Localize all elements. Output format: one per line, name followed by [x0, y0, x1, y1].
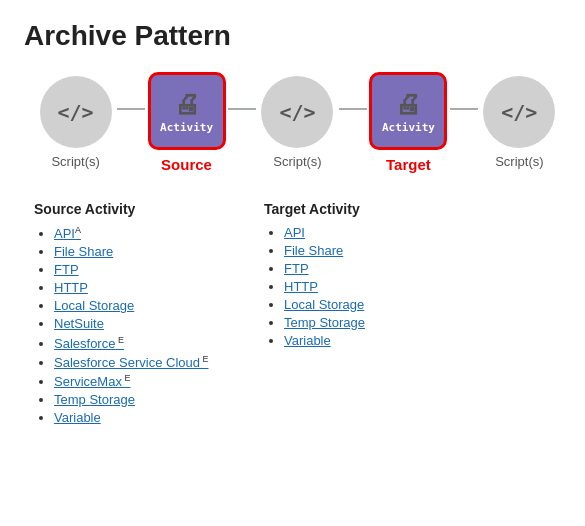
source-activity-heading: Source Activity — [34, 201, 264, 217]
list-item: File Share — [54, 244, 264, 259]
list-item: Variable — [54, 410, 264, 425]
connector1 — [117, 108, 145, 110]
list-item: HTTP — [284, 279, 494, 294]
node-source: 🖨 Activity Source — [145, 72, 228, 173]
target-label: Target — [386, 156, 431, 173]
diagram: </> Script(s) 🖨 Activity Source </> Scri… — [24, 72, 561, 173]
connector4 — [450, 108, 478, 110]
source-printer-icon: 🖨 — [174, 89, 200, 119]
page-title: Archive Pattern — [24, 20, 561, 52]
scripts3-circle: </> — [483, 76, 555, 148]
target-activity-items: API File Share FTP HTTP Local Storage Te… — [264, 225, 494, 348]
list-item: Temp Storage — [284, 315, 494, 330]
target-printer-icon: 🖨 — [395, 89, 421, 119]
source-activity-items: APIA File Share FTP HTTP Local Storage N… — [34, 225, 264, 425]
target-http-link[interactable]: HTTP — [284, 279, 318, 294]
connector3 — [339, 108, 367, 110]
list-item: Variable — [284, 333, 494, 348]
list-item: Local Storage — [284, 297, 494, 312]
list-item: NetSuite — [54, 316, 264, 331]
target-activity-heading: Target Activity — [264, 201, 494, 217]
node-target: 🖨 Activity Target — [367, 72, 450, 173]
lists-container: Source Activity APIA File Share FTP HTTP… — [24, 201, 561, 428]
target-api-link[interactable]: API — [284, 225, 305, 240]
source-salesforcecloud-link[interactable]: Salesforce Service Cloud E — [54, 355, 208, 370]
list-item: Local Storage — [54, 298, 264, 313]
source-servicemax-link[interactable]: ServiceMax E — [54, 374, 130, 389]
source-netsuite-link[interactable]: NetSuite — [54, 316, 104, 331]
scripts2-label: Script(s) — [273, 154, 321, 169]
target-variable-link[interactable]: Variable — [284, 333, 331, 348]
list-item: APIA — [54, 225, 264, 241]
scripts1-circle: </> — [40, 76, 112, 148]
source-fileshare-link[interactable]: File Share — [54, 244, 113, 259]
source-circle: 🖨 Activity — [148, 72, 226, 150]
list-item: Salesforce E — [54, 334, 264, 350]
source-tempstorage-link[interactable]: Temp Storage — [54, 392, 135, 407]
list-item: FTP — [284, 261, 494, 276]
source-variable-link[interactable]: Variable — [54, 410, 101, 425]
target-activity-list: Target Activity API File Share FTP HTTP … — [264, 201, 494, 428]
node-scripts2: </> Script(s) — [256, 76, 339, 169]
target-localstorage-link[interactable]: Local Storage — [284, 297, 364, 312]
source-label: Source — [161, 156, 212, 173]
list-item: FTP — [54, 262, 264, 277]
scripts3-label: Script(s) — [495, 154, 543, 169]
node-scripts3: </> Script(s) — [478, 76, 561, 169]
list-item: File Share — [284, 243, 494, 258]
target-circle: 🖨 Activity — [369, 72, 447, 150]
source-http-link[interactable]: HTTP — [54, 280, 88, 295]
source-localstorage-link[interactable]: Local Storage — [54, 298, 134, 313]
node-scripts1: </> Script(s) — [34, 76, 117, 169]
scripts2-circle: </> — [261, 76, 333, 148]
target-fileshare-link[interactable]: File Share — [284, 243, 343, 258]
connector2 — [228, 108, 256, 110]
list-item: Salesforce Service Cloud E — [54, 354, 264, 370]
source-api-link[interactable]: APIA — [54, 226, 81, 241]
target-ftp-link[interactable]: FTP — [284, 261, 309, 276]
list-item: Temp Storage — [54, 392, 264, 407]
list-item: ServiceMax E — [54, 373, 264, 389]
target-activity-label: Activity — [382, 121, 435, 134]
source-ftp-link[interactable]: FTP — [54, 262, 79, 277]
source-activity-label: Activity — [160, 121, 213, 134]
source-salesforce-link[interactable]: Salesforce E — [54, 336, 124, 351]
target-tempstorage-link[interactable]: Temp Storage — [284, 315, 365, 330]
list-item: API — [284, 225, 494, 240]
scripts1-label: Script(s) — [51, 154, 99, 169]
source-activity-list: Source Activity APIA File Share FTP HTTP… — [34, 201, 264, 428]
list-item: HTTP — [54, 280, 264, 295]
